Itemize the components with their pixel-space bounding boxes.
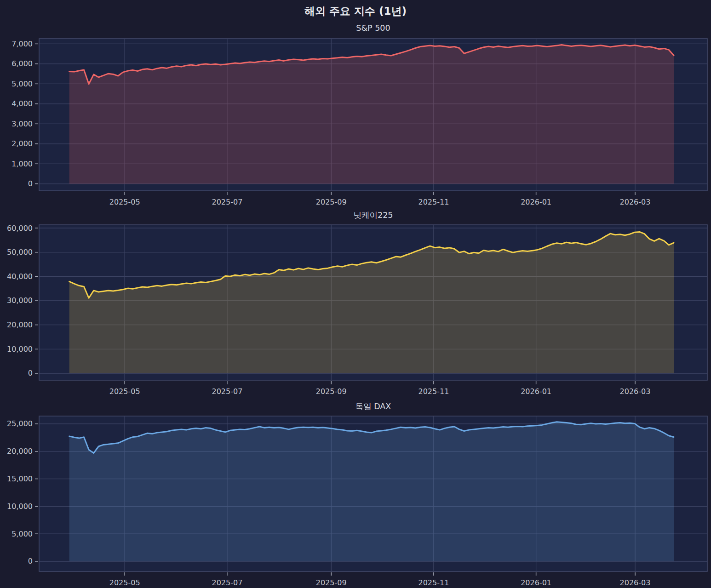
y-tick-label: 20,000 [7,447,33,456]
x-tick-label: 2025-07 [212,387,242,396]
charts-svg: 01,0002,0003,0004,0005,0006,0007,0002025… [0,0,711,588]
x-tick-label: 2026-01 [521,578,551,587]
y-tick-label: 5,000 [11,530,33,538]
y-tick-label: 6,000 [11,59,33,68]
y-tick-label: 10,000 [7,345,33,354]
x-tick-label: 2025-05 [109,198,140,206]
x-tick-label: 2026-03 [620,198,651,206]
x-tick-label: 2026-03 [620,578,651,587]
x-tick-label: 2025-09 [316,387,347,396]
x-tick-label: 2025-11 [418,387,449,396]
y-tick-label: 7,000 [11,40,33,48]
y-tick-label: 3,000 [11,120,33,128]
x-tick-label: 2025-09 [316,198,347,206]
x-tick-label: 2025-05 [109,387,140,396]
x-tick-label: 2025-09 [316,578,347,587]
x-tick-label: 2025-05 [109,578,140,587]
y-tick-label: 40,000 [7,272,33,281]
y-tick-label: 5,000 [11,80,33,88]
y-tick-label: 2,000 [11,139,33,148]
y-tick-label: 15,000 [7,474,33,483]
y-tick-label: 4,000 [11,99,33,108]
y-tick-label: 10,000 [7,502,33,511]
y-tick-label: 0 [28,557,33,565]
x-tick-label: 2025-07 [212,578,242,587]
y-tick-label: 30,000 [7,296,33,305]
x-tick-label: 2026-01 [521,387,551,396]
y-tick-label: 25,000 [7,419,33,428]
x-tick-label: 2025-11 [418,578,449,587]
x-tick-label: 2025-11 [418,198,449,206]
y-tick-label: 20,000 [7,320,33,329]
y-tick-label: 50,000 [7,248,33,257]
x-tick-label: 2025-07 [212,198,242,206]
y-tick-label: 1,000 [11,160,33,168]
series-area-dax [69,422,674,561]
y-tick-label: 60,000 [7,224,33,233]
x-tick-label: 2026-01 [521,198,551,206]
x-tick-label: 2026-03 [620,387,651,396]
y-tick-label: 0 [28,369,33,377]
y-tick-label: 0 [28,179,33,188]
